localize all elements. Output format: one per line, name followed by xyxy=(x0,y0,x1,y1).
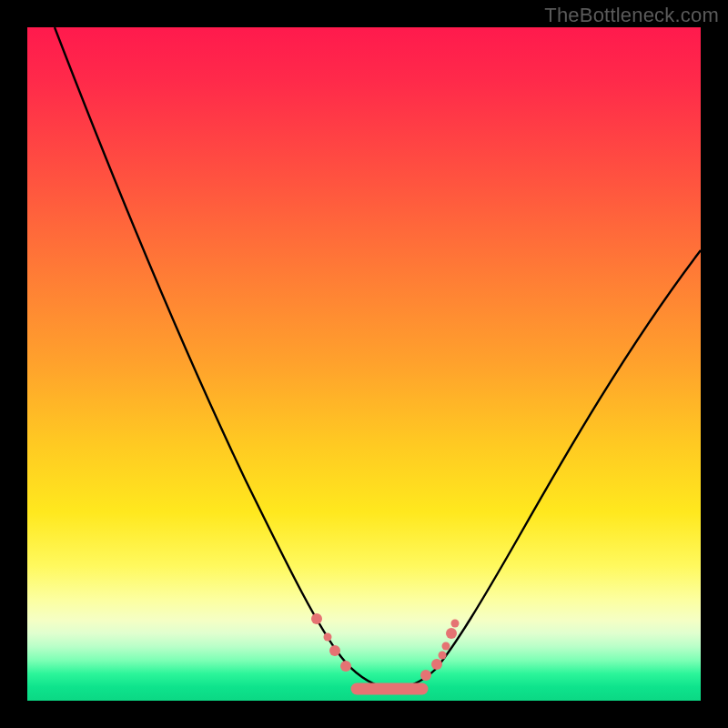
data-marker xyxy=(329,645,340,656)
data-marker xyxy=(446,628,457,639)
data-marker xyxy=(311,613,322,624)
data-marker xyxy=(442,642,450,651)
data-marker xyxy=(324,633,332,642)
data-marker xyxy=(439,652,447,660)
bottleneck-curve xyxy=(27,27,701,701)
bottom-marker-cluster xyxy=(351,683,429,695)
data-marker xyxy=(420,670,431,681)
curve-path xyxy=(55,27,701,689)
plot-area xyxy=(27,27,701,701)
chart-frame: TheBottleneck.com xyxy=(0,0,728,728)
data-marker xyxy=(431,659,442,670)
watermark-text: TheBottleneck.com xyxy=(544,4,719,27)
data-marker xyxy=(451,620,460,628)
data-marker xyxy=(340,661,351,672)
